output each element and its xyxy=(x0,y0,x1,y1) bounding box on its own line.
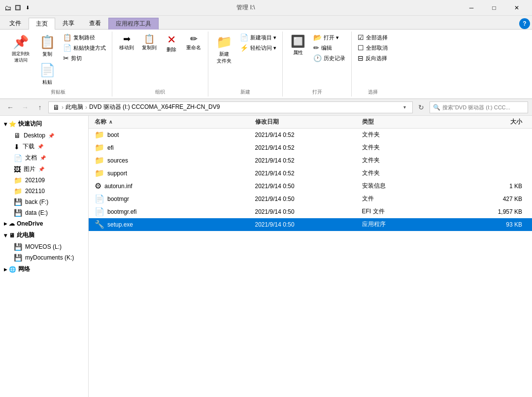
sort-arrow-name: ∧ xyxy=(109,119,112,125)
search-box[interactable]: 🔍 xyxy=(430,101,528,113)
ribbon-group-open: 🔲 属性 📂 打开 ▾ ✏ 编辑 🕐 历史记录 打开 xyxy=(283,32,352,97)
sidebar-item-downloads[interactable]: ⬇ 下载 📌 xyxy=(0,141,88,152)
tab-home[interactable]: 主页 xyxy=(29,18,55,30)
file-row-setup[interactable]: 🔧 setup.exe 2021/9/14 0:50 应用程序 93 KB xyxy=(89,218,532,231)
ribbon-group-organize: ➡ 移动到 📋 复制到 ✕ 删除 ✏ 重命名 组织 xyxy=(112,32,208,97)
delete-button[interactable]: ✕ 删除 xyxy=(162,33,181,55)
ribbon-group-select: ☑ 全部选择 ☐ 全部取消 ⊟ 反向选择 选择 xyxy=(352,32,394,97)
downloads-label: 下载 xyxy=(23,142,34,151)
history-button[interactable]: 🕐 历史记录 xyxy=(311,53,347,63)
dropdown-button[interactable]: ▾ xyxy=(400,101,408,114)
file-name: setup.exe xyxy=(107,221,133,228)
sidebar-item-pictures[interactable]: 🖼 图片 📌 xyxy=(0,164,88,175)
tab-view[interactable]: 查看 xyxy=(82,17,108,29)
file-size: 1,957 KB xyxy=(469,208,529,215)
forward-button[interactable]: → xyxy=(19,101,32,114)
delete-icon: ✕ xyxy=(167,34,176,45)
col-header-name[interactable]: 名称 ∧ xyxy=(93,118,255,126)
new-item-label: 新建项目 ▾ xyxy=(250,34,276,41)
tab-file[interactable]: 文件 xyxy=(2,17,29,29)
sidebar-section-quick-access[interactable]: ▾ ⭐ 快速访问 xyxy=(0,118,88,130)
paste-button[interactable]: 📄 粘贴 xyxy=(35,61,59,88)
close-button[interactable]: ✕ xyxy=(505,0,528,16)
file-row-efi[interactable]: 📁 efi 2021/9/14 0:52 文件夹 xyxy=(89,141,532,154)
sidebar-item-desktop[interactable]: 🖥 Desktop 📌 xyxy=(0,130,88,141)
col-header-type[interactable]: 类型 xyxy=(362,118,469,126)
up-button[interactable]: ↑ xyxy=(33,101,46,114)
file-row-boot[interactable]: 📁 boot 2021/9/14 0:52 文件夹 xyxy=(89,129,532,141)
file-icon: 📄 xyxy=(95,207,104,216)
desktop-icon: 🖥 xyxy=(14,132,21,139)
sidebar-section-this-pc[interactable]: ▾ 🖥 此电脑 xyxy=(0,229,88,241)
tab-share[interactable]: 共享 xyxy=(55,17,82,29)
file-name: autorun.inf xyxy=(104,183,133,190)
back-button[interactable]: ← xyxy=(4,101,17,114)
copy-path-icon: 📋 xyxy=(63,33,71,41)
invert-icon: ⊟ xyxy=(358,54,364,62)
minimize-button[interactable]: ─ xyxy=(460,0,483,16)
rename-button[interactable]: ✏ 重命名 xyxy=(183,33,204,53)
properties-button[interactable]: 🔲 属性 xyxy=(287,33,309,58)
back-drive-icon: 💾 xyxy=(14,198,22,206)
file-row-bootmgr[interactable]: 📄 bootmgr 2021/9/14 0:50 文件 427 KB xyxy=(89,193,532,205)
cut-button[interactable]: ✂ 剪切 xyxy=(61,53,108,63)
sidebar-item-documents[interactable]: 📄 文档 📌 xyxy=(0,152,88,164)
refresh-button[interactable]: ↻ xyxy=(415,101,428,114)
path-segment-dvd[interactable]: DVD 驱动器 (I:) CCCOMA_X64FRE_ZH-CN_DV9 xyxy=(89,103,220,111)
copy-button[interactable]: 📋 复制 xyxy=(35,33,59,60)
file-row-support[interactable]: 📁 support 2021/9/14 0:52 文件夹 xyxy=(89,167,532,180)
copy-to-button[interactable]: 📋 复制到 xyxy=(139,33,160,53)
new-item-button[interactable]: 📄 新建项目 ▾ xyxy=(238,33,278,42)
copy-path-button[interactable]: 📋 复制路径 xyxy=(61,33,108,42)
path-segment-pc[interactable]: 此电脑 xyxy=(66,103,83,111)
new-folder-button[interactable]: 📁 新建文件夹 xyxy=(212,33,236,66)
file-row-sources[interactable]: 📁 sources 2021/9/14 0:52 文件夹 xyxy=(89,154,532,167)
file-size: 1 KB xyxy=(469,183,529,190)
pictures-icon: 🖼 xyxy=(14,165,21,173)
open-button[interactable]: 📂 打开 ▾ xyxy=(311,33,347,42)
file-row-bootmgr-efi[interactable]: 📄 bootmgr.efi 2021/9/14 0:50 EFI 文件 1,95… xyxy=(89,205,532,218)
file-date: 2021/9/14 0:50 xyxy=(255,221,362,228)
title-icon-3: ⬇ xyxy=(24,4,32,12)
address-separator-1: › xyxy=(62,104,64,111)
select-all-button[interactable]: ☑ 全部选择 xyxy=(356,33,390,42)
history-label: 历史记录 xyxy=(324,55,345,62)
pin-button[interactable]: 📌 固定到快速访问 xyxy=(8,33,33,66)
paste-label: 粘贴 xyxy=(42,79,52,86)
easy-access-button[interactable]: ⚡ 轻松访问 ▾ xyxy=(238,43,278,53)
search-input[interactable] xyxy=(442,104,525,110)
main-layout: ▾ ⭐ 快速访问 🖥 Desktop 📌 ⬇ 下载 📌 📄 文档 📌 🖼 图片 … xyxy=(0,116,532,397)
sidebar-section-network[interactable]: ▸ 🌐 网络 xyxy=(0,263,88,275)
file-name-cell: 📄 bootmgr.efi xyxy=(93,207,255,216)
file-name-cell: 📄 bootmgr xyxy=(93,194,255,203)
sidebar-item-mydocs[interactable]: 💾 myDocuments (K:) xyxy=(0,252,88,263)
col-header-date[interactable]: 修改日期 xyxy=(255,118,362,126)
help-button[interactable]: ? xyxy=(519,18,530,29)
maximize-button[interactable]: □ xyxy=(483,0,505,16)
file-name-cell: 📁 sources xyxy=(93,156,255,165)
invert-button[interactable]: ⊟ 反向选择 xyxy=(356,53,390,63)
sidebar-item-back[interactable]: 💾 back (F:) xyxy=(0,197,88,207)
sidebar-item-data[interactable]: 💾 data (E:) xyxy=(0,207,88,218)
file-name-cell: 📁 efi xyxy=(93,143,255,152)
sidebar-item-202109[interactable]: 📁 202109 xyxy=(0,175,88,186)
file-row-autorun[interactable]: ⚙ autorun.inf 2021/9/14 0:50 安装信息 1 KB xyxy=(89,180,532,193)
sidebar-item-moveos[interactable]: 💾 MOVEOS (L:) xyxy=(0,241,88,252)
move-to-button[interactable]: ➡ 移动到 xyxy=(116,33,137,53)
file-date: 2021/9/14 0:52 xyxy=(255,157,362,164)
sidebar-section-onedrive[interactable]: ▸ ☁ OneDrive xyxy=(0,218,88,229)
file-date: 2021/9/14 0:52 xyxy=(255,170,362,177)
address-bar[interactable]: 🖥 › 此电脑 › DVD 驱动器 (I:) CCCOMA_X64FRE_ZH-… xyxy=(48,101,413,113)
onedrive-label: OneDrive xyxy=(17,220,43,227)
file-date: 2021/9/14 0:52 xyxy=(255,144,362,151)
select-none-icon: ☐ xyxy=(358,44,364,52)
select-none-button[interactable]: ☐ 全部取消 xyxy=(356,43,390,53)
new-label: 新建 xyxy=(240,89,250,96)
paste-shortcut-button[interactable]: 📄 粘贴快捷方式 xyxy=(61,43,108,53)
col-header-size[interactable]: 大小 xyxy=(469,118,529,126)
mydocs-label: myDocuments (K:) xyxy=(25,254,74,261)
sidebar-item-202110[interactable]: 📁 202110 xyxy=(0,186,88,197)
select-content: ☑ 全部选择 ☐ 全部取消 ⊟ 反向选择 xyxy=(356,33,390,88)
tab-apptools[interactable]: 应用程序工具 xyxy=(108,18,159,30)
edit-button[interactable]: ✏ 编辑 xyxy=(311,43,347,53)
